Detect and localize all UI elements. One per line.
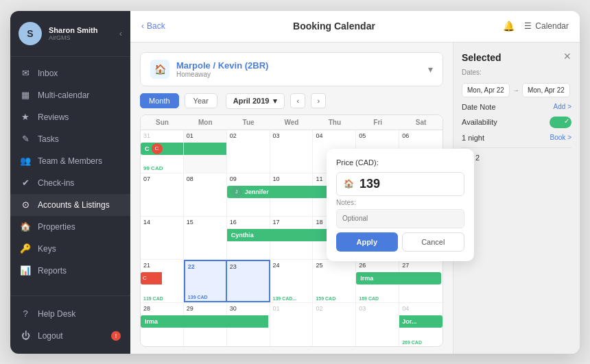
cal-date: 05 (359, 132, 396, 139)
cal-cell[interactable]: 03 (270, 130, 314, 173)
cal-cell[interactable]: 07 (141, 173, 184, 216)
cal-cell[interactable]: 24 139 CAD... (270, 260, 314, 302)
inbox-icon: ✉ (20, 68, 31, 79)
logout-icon: ⏻ (20, 330, 31, 341)
date-to-badge[interactable]: Mon, Apr 22 (522, 83, 570, 97)
sidebar-item-accounts[interactable]: ⊙ Accounts & Listings (10, 194, 130, 216)
booking-indicator: C (141, 272, 162, 284)
sidebar-item-inbox[interactable]: ✉ Inbox (10, 62, 130, 84)
date-arrow-icon: → (512, 86, 519, 94)
month-chevron-icon: ▾ (273, 97, 277, 106)
month-selector[interactable]: April 2019 ▾ (226, 93, 285, 109)
cal-cell[interactable]: 25 159 CAD (313, 260, 356, 302)
cal-cell[interactable]: 14 (141, 217, 184, 259)
cal-date: 01 (273, 305, 310, 312)
prev-month-button[interactable]: ‹ (290, 93, 305, 108)
date-from-badge[interactable]: Mon, Apr 22 (462, 83, 510, 97)
availability-toggle[interactable] (550, 117, 571, 128)
cal-date: 04 (316, 132, 353, 139)
sidebar-item-reviews[interactable]: ★ Reviews (10, 106, 130, 128)
calendar-week: 21 C 119 CAD 22 139 CAD (141, 260, 442, 303)
sidebar-item-label: Accounts & Listings (38, 200, 110, 210)
month-view-button[interactable]: Month (140, 93, 179, 108)
cal-cell[interactable]: 01 (184, 130, 227, 173)
cal-cell[interactable]: 02 (313, 303, 356, 346)
apply-button[interactable]: Apply (336, 232, 398, 252)
notes-input[interactable] (336, 209, 464, 228)
cancel-button[interactable]: Cancel (402, 232, 465, 252)
sidebar-collapse-button[interactable]: ‹ (119, 29, 122, 38)
price-tag: 119 CAD (143, 296, 163, 301)
main-content: ‹ Back Booking Calendar 🔔 ☰ Calendar 🏠 (130, 11, 580, 354)
next-month-button[interactable]: › (311, 93, 326, 108)
team-icon: 👥 (20, 156, 31, 167)
cal-cell[interactable]: 28 Irma (141, 303, 184, 346)
topbar-icons: 🔔 ☰ Calendar (503, 21, 569, 32)
sidebar-item-helpdesk[interactable]: ? Help Desk (10, 303, 130, 325)
price-value: 139 (359, 177, 380, 191)
panel-close-button[interactable]: ✕ (563, 51, 571, 62)
cal-date: 23 (230, 263, 266, 270)
sidebar-user-sub: AirGMS (49, 34, 113, 41)
cal-cell[interactable]: 16 Cynthia (227, 217, 270, 259)
cal-cell[interactable]: 22 139 CAD (184, 260, 227, 302)
sidebar-item-properties[interactable]: 🏠 Properties (10, 216, 130, 238)
sidebar-item-reports[interactable]: 📊 Reports (10, 260, 130, 282)
property-sub: Homeaway (176, 71, 421, 78)
calendar-week: 28 Irma 29 30 01 02 03 04 (141, 303, 442, 346)
reports-icon: 📊 (20, 265, 31, 276)
booking-label: Jor... (402, 318, 416, 325)
cal-cell[interactable]: 02 (227, 130, 270, 173)
sidebar: S Sharon Smith AirGMS ‹ ✉ Inbox ▦ Multi-… (10, 11, 130, 354)
day-header-wed: Wed (270, 115, 314, 130)
help-icon: ? (20, 308, 31, 319)
sidebar-item-label: Properties (38, 222, 75, 232)
property-dropdown-icon[interactable]: ▾ (428, 64, 433, 75)
back-button[interactable]: ‹ Back (141, 21, 165, 31)
notes-section: Notes: (336, 199, 464, 228)
accounts-icon: ⊙ (20, 199, 31, 210)
booking-continuation (184, 143, 226, 155)
sidebar-item-checkins[interactable]: ✔ Check-ins (10, 172, 130, 194)
tasks-icon: ✎ (20, 134, 31, 145)
topbar-title: Booking Calendar (174, 21, 495, 32)
cal-cell[interactable]: 15 (184, 217, 227, 259)
cal-cell[interactable]: 23 (227, 260, 270, 302)
sidebar-header: S Sharon Smith AirGMS ‹ (10, 11, 130, 57)
cal-date: 04 (402, 305, 440, 312)
cal-cell[interactable]: 26 Irma 169 CAD (356, 260, 399, 302)
year-view-button[interactable]: Year (185, 93, 217, 108)
calendar-controls: Month Year April 2019 ▾ ‹ › (140, 93, 443, 109)
price-input-row[interactable]: 🏠 139 (336, 172, 464, 196)
cal-cell[interactable]: 03 (356, 303, 399, 346)
cal-cell[interactable]: 31 C C 99 CAD (141, 130, 184, 173)
notification-icon[interactable]: 🔔 (503, 21, 515, 32)
cal-date: 17 (273, 219, 310, 226)
cal-cell[interactable]: 09 J Jennifer (227, 173, 270, 216)
add-date-note-link[interactable]: Add > (554, 103, 571, 110)
sidebar-item-multi-calendar[interactable]: ▦ Multi-calendar (10, 84, 130, 106)
sidebar-item-team[interactable]: 👥 Team & Members (10, 150, 130, 172)
book-link[interactable]: Book > (550, 134, 571, 141)
currency-icon: 🏠 (344, 179, 354, 189)
booking-bar-jor[interactable]: Jor... (399, 315, 442, 328)
sidebar-item-tasks[interactable]: ✎ Tasks (10, 128, 130, 150)
price-tag: 159 CAD (316, 296, 335, 301)
calendar-icon: ▦ (20, 90, 31, 101)
cal-cell[interactable]: 21 C 119 CAD (141, 260, 184, 302)
sidebar-item-keys[interactable]: 🔑 Keys (10, 238, 130, 260)
booking-bar-irma2[interactable]: Irma (141, 315, 268, 328)
property-selector[interactable]: 🏠 Marpole / Kevin (2BR) Homeaway ▾ (140, 52, 443, 86)
cal-cell[interactable]: 08 (184, 173, 227, 216)
date-note-row: Date Note Add > (462, 103, 571, 111)
sidebar-item-logout[interactable]: ⏻ Logout ! (10, 325, 130, 347)
cal-cell[interactable]: 01 (270, 303, 314, 346)
calendar-view-button[interactable]: ☰ Calendar (524, 21, 569, 31)
sidebar-item-label: Tasks (38, 134, 59, 144)
booking-bar[interactable]: C C (141, 143, 183, 155)
cal-cell[interactable]: 04 Jor... 269 CAD (399, 303, 442, 346)
price-label: Price (CAD): (336, 158, 464, 167)
booking-bar-irma[interactable]: Irma (356, 272, 441, 284)
sidebar-user-name: Sharon Smith (49, 26, 113, 34)
booking-label: Irma (145, 318, 158, 325)
